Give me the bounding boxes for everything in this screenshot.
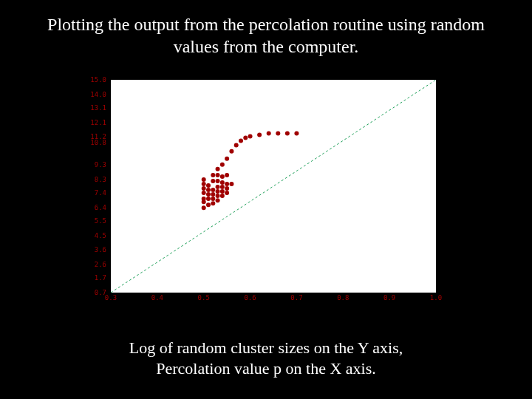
- title-line-2: values from the computer.: [174, 37, 359, 56]
- plot-area: [111, 80, 436, 293]
- data-point: [216, 198, 220, 202]
- data-point: [220, 180, 225, 185]
- fit-line: [111, 80, 436, 293]
- data-point: [234, 143, 239, 148]
- data-point: [211, 188, 215, 192]
- data-point: [206, 188, 211, 192]
- data-point: [267, 132, 271, 136]
- slide-caption: Log of random cluster sizes on the Y axi…: [0, 338, 532, 378]
- slide: Plotting the output from the percolation…: [0, 0, 532, 399]
- y-tick: 5.5: [95, 217, 106, 225]
- y-tick: 13.1: [90, 104, 106, 112]
- data-point: [211, 192, 215, 197]
- data-point: [220, 163, 225, 167]
- y-tick: 2.6: [95, 261, 106, 268]
- y-tick: 14.0: [90, 91, 106, 98]
- data-point: [239, 139, 243, 143]
- y-tick: 15.0: [90, 76, 106, 83]
- data-point: [202, 186, 206, 191]
- data-point: [276, 132, 280, 136]
- data-point: [229, 182, 233, 186]
- y-tick: 11.2: [90, 133, 106, 140]
- data-point: [202, 182, 206, 186]
- data-point: [206, 197, 211, 201]
- caption-line-1: Log of random cluster sizes on the Y axi…: [129, 338, 403, 357]
- data-point: [220, 185, 225, 189]
- slide-title: Plotting the output from the percolation…: [0, 13, 532, 58]
- data-point: [243, 136, 248, 140]
- data-point: [248, 134, 253, 139]
- data-point: [216, 185, 220, 189]
- data-point: [202, 197, 206, 201]
- y-tick: 4.5: [95, 232, 106, 239]
- data-point: [225, 186, 229, 191]
- y-tick: 12.1: [90, 119, 106, 126]
- y-tick: 6.4: [95, 204, 106, 211]
- data-point: [202, 177, 206, 182]
- data-point: [216, 194, 220, 198]
- data-point: [220, 174, 225, 179]
- y-tick: 7.4: [95, 189, 106, 197]
- data-point: [216, 173, 220, 177]
- data-point: [225, 173, 229, 177]
- data-point: [211, 173, 215, 177]
- y-axis-ticks: 0.71.72.63.64.55.56.47.48.39.310.811.212…: [80, 80, 109, 293]
- data-point: [225, 157, 229, 161]
- y-tick: 9.3: [95, 161, 106, 168]
- data-point: [229, 149, 233, 154]
- data-point: [216, 167, 220, 171]
- data-point: [216, 189, 220, 194]
- data-point: [257, 133, 262, 137]
- data-point: [216, 179, 220, 183]
- plot-svg: [111, 80, 436, 293]
- data-point: [206, 192, 211, 197]
- data-point: [211, 201, 215, 205]
- data-point: [206, 202, 211, 207]
- data-point: [220, 194, 225, 198]
- data-point: [225, 182, 229, 186]
- y-axis-label: Log of clusters: [60, 159, 68, 225]
- data-point: [202, 205, 206, 210]
- caption-line-2: Percolation value p on the X axis.: [156, 359, 376, 378]
- y-tick: 8.3: [95, 176, 106, 183]
- data-point: [220, 189, 225, 194]
- chart: Log of clusters 0.71.72.63.64.55.56.47.4…: [71, 74, 440, 310]
- data-point: [225, 191, 229, 195]
- y-tick: 1.7: [95, 274, 106, 282]
- data-point: [285, 132, 290, 136]
- title-line-1: Plotting the output from the percolation…: [47, 15, 485, 34]
- data-point: [211, 179, 215, 183]
- data-point: [211, 197, 215, 201]
- data-point: [206, 183, 211, 188]
- data-point: [294, 132, 299, 136]
- data-point: [202, 191, 206, 195]
- y-tick: 3.6: [95, 246, 106, 253]
- x-axis-label: Percolation value p, Normal fit: [111, 301, 436, 309]
